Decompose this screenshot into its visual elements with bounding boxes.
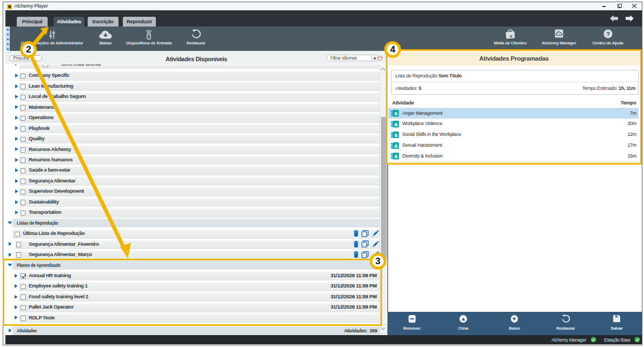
svg-text:a: a: [394, 142, 397, 148]
svg-text:a: a: [394, 153, 397, 159]
svg-text:a: a: [394, 121, 397, 127]
svg-text:a: a: [394, 110, 397, 116]
svg-text:?: ?: [606, 31, 610, 37]
svg-text:a: a: [394, 132, 397, 138]
